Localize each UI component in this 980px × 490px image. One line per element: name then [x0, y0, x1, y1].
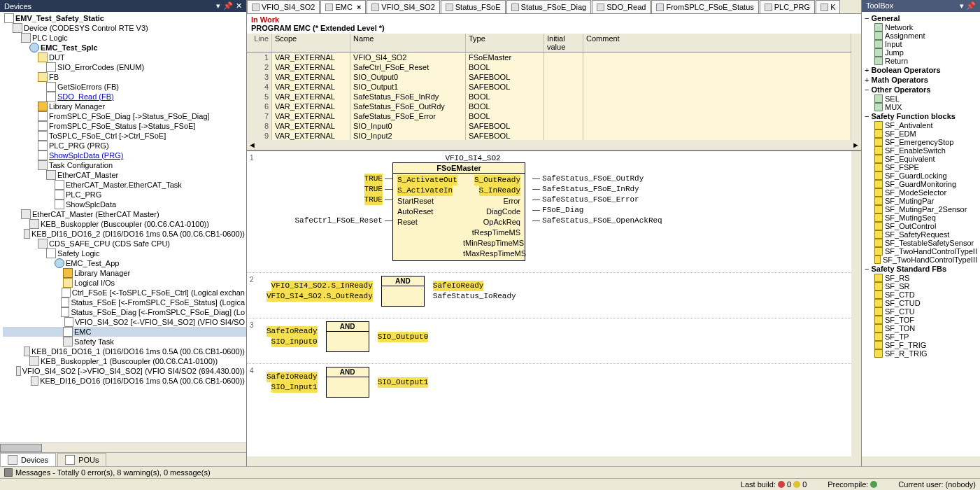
signal-output[interactable]: FSoE_Diag	[542, 205, 583, 216]
toolbox-item[interactable]: MUX	[863, 103, 979, 111]
toolbox-item[interactable]: SF_MutingPar_2Sensor	[863, 205, 979, 214]
fb-output-pin[interactable]: S_OutReady	[474, 175, 520, 186]
toolbox-item[interactable]: SF_TOF	[863, 316, 979, 324]
fb-output-pin[interactable]: tRespTimeMS	[463, 227, 520, 238]
toolbox-item[interactable]: SF_SafetyRequest	[863, 230, 979, 239]
decl-row[interactable]: 9VAR_EXTERNALSIO_Input2SAFEBOOL	[247, 131, 851, 140]
toolbox-item[interactable]: SF_OutControl	[863, 222, 979, 230]
network-2[interactable]: 2 VFIO_SI4_SO2.S_InReady VFIO_SI4_SO2.S_…	[247, 273, 851, 318]
tree-dut[interactable]: DUT	[49, 52, 65, 62]
toolbox-item[interactable]: SF_ModeSelector	[863, 188, 979, 197]
toolbox-item[interactable]: Jump	[863, 48, 979, 57]
toolbox-item[interactable]: SF_CTUD	[863, 299, 979, 307]
tree-fromdiag[interactable]: FromSPLC_FSoE_Diag [->Status_FSoE_Diag]	[49, 111, 210, 121]
tree-fromstatus[interactable]: FromSPLC_FSoE_Status [->Status_FSoE]	[49, 121, 195, 131]
diagram-horizontal-scrollbar[interactable]	[247, 456, 861, 466]
editor-tab[interactable]: VFIO_SI4_SO2	[247, 0, 320, 13]
toolbox-item[interactable]: SF_TP	[863, 332, 979, 341]
fb-output-pin[interactable]: DiagCode	[463, 206, 520, 217]
tree-kebdi[interactable]: KEB_DI16_DO16_2 (DI16/DO16 1ms 0.5A (00.…	[31, 229, 245, 239]
signal-output[interactable]	[532, 226, 537, 237]
toolbox-item[interactable]: SF_CTU	[863, 307, 979, 316]
toolbox-item[interactable]: SF_R_TRIG	[863, 349, 979, 358]
signal-output[interactable]	[532, 237, 537, 247]
signal-input[interactable]: TRUE	[364, 184, 383, 195]
toolbox-item[interactable]: SF_Equivalent	[863, 155, 979, 163]
toolbox-item[interactable]: SF_MutingPar	[863, 197, 979, 205]
signal-input[interactable]: SIO_Input0	[271, 337, 318, 347]
col-line-header[interactable]: Line	[247, 34, 272, 52]
tree-sioerr[interactable]: SIO_ErrorCodes (ENUM)	[57, 62, 144, 72]
toolbox-item[interactable]: SF_TwoHandControlTypeII	[863, 247, 979, 255]
diagram-vertical-scrollbar[interactable]	[851, 151, 861, 456]
toolbox-item[interactable]: SF_RS	[863, 274, 979, 282]
fb-input-pin[interactable]: StartReset	[397, 196, 455, 206]
signal-output[interactable]: SafeStatus_FSoE_Error	[542, 195, 639, 205]
decl-row[interactable]: 7VAR_EXTERNALSafeStatus_FSoE_ErrorBOOL	[247, 111, 851, 121]
tree-getsio[interactable]: GetSioErrors (FB)	[57, 82, 119, 92]
signal-input[interactable]	[388, 205, 392, 216]
tree-plcprg[interactable]: PLC_PRG (PRG)	[49, 141, 109, 150]
signal-output[interactable]: SafeStatus_IoReady	[433, 291, 516, 302]
toolbox-category[interactable]: Boolean Operators	[863, 65, 979, 75]
editor-tab[interactable]: Status_FSoE	[441, 0, 506, 13]
tree-kebdi2[interactable]: KEB_DI16_DO16_1 (DI16/DO16 1ms 0.5A (00.…	[31, 346, 245, 356]
tab-pous[interactable]: POUs	[57, 453, 106, 466]
and-block[interactable]: AND	[326, 321, 369, 352]
decl-vertical-scrollbar[interactable]	[851, 34, 861, 140]
toolbox-item[interactable]: SF_TON	[863, 324, 979, 332]
fb-output-pin[interactable]: S_InReady	[479, 186, 520, 196]
fbd-diagram-area[interactable]: 1 VFIO_SI4_SO2 TRUE —TRUE —TRUE — SafeCt…	[247, 151, 851, 456]
tree-libmgr[interactable]: Library Manager	[49, 102, 105, 111]
col-type-header[interactable]: Type	[466, 34, 544, 52]
toolbox-item[interactable]: SF_MutingSeq	[863, 214, 979, 222]
signal-input[interactable]: SafeCtrl_FSoE_Reset	[295, 216, 383, 226]
col-name-header[interactable]: Name	[350, 34, 466, 52]
toolbox-horizontal-scrollbar[interactable]	[862, 456, 980, 466]
tree-emctestapp[interactable]: EMC_Test_App	[66, 258, 119, 268]
toolbox-category[interactable]: Other Operators	[863, 85, 979, 94]
tree-safetylogic[interactable]: Safety Logic	[57, 248, 100, 258]
fb-input-pin[interactable]: Reset	[397, 217, 455, 227]
toolbox-item[interactable]: Input	[863, 40, 979, 48]
toolbox-category[interactable]: Math Operators	[863, 75, 979, 85]
messages-bar[interactable]: Messages - Totally 0 error(s), 8 warning…	[0, 466, 980, 478]
signal-input[interactable]: TRUE	[364, 174, 383, 184]
decl-row[interactable]: 4VAR_EXTERNALSIO_Output1SAFEBOOL	[247, 82, 851, 92]
fb-output-pin[interactable]: OpAckReq	[463, 217, 520, 227]
declaration-grid[interactable]: Line Scope Name Type Initial value Comme…	[247, 34, 851, 140]
decl-row[interactable]: 3VAR_EXTERNALSIO_Output0SAFEBOOL	[247, 72, 851, 82]
tree-showsplc[interactable]: ShowSplcData (PRG)	[49, 150, 123, 160]
signal-input[interactable]: SafeIoReady	[267, 372, 318, 382]
panel-pin-icon[interactable]: 📌	[223, 1, 233, 10]
editor-tab[interactable]: SDO_Read	[592, 0, 651, 13]
fb-input-pin[interactable]: S_ActivateIn	[397, 186, 453, 196]
tree-kebbk1[interactable]: KEB_Buskoppler_1 (Buscoupler (00.C6.CA1-…	[41, 356, 218, 366]
tree-app[interactable]: EMC_Test_Splc	[41, 43, 98, 52]
signal-input[interactable]: VFIO_SI4_SO2.S_OutReady	[267, 291, 373, 302]
fb-output-pin[interactable]: tMinRespTimeMS	[463, 238, 520, 248]
editor-tab[interactable]: EMC×	[320, 0, 366, 13]
tree-taskcfg[interactable]: Task Configuration	[49, 160, 113, 170]
decl-row[interactable]: 8VAR_EXTERNALSIO_Input0SAFEBOOL	[247, 121, 851, 131]
toolbox-item[interactable]: SF_EnableSwitch	[863, 146, 979, 155]
toolbox-body[interactable]: GeneralNetworkAssignmentInputJumpReturnB…	[862, 12, 980, 456]
and-block[interactable]: AND	[326, 367, 369, 398]
toolbox-item[interactable]: SF_TwoHandControlTypeIII	[863, 255, 979, 264]
signal-output[interactable]: SafeStatus_FSoE_OutRdy	[542, 174, 644, 184]
tree-plcprg2[interactable]: PLC_PRG	[66, 190, 101, 200]
tree-fb[interactable]: FB	[49, 72, 59, 82]
tree-toctrl[interactable]: ToSPLC_FSoE_Ctrl [->Ctrl_FSoE]	[49, 131, 166, 141]
tree-ecmasterdev[interactable]: EtherCAT_Master (EtherCAT Master)	[32, 209, 159, 219]
decl-row[interactable]: 1VAR_EXTERNALVFIO_SI4_SO2FSoEMaster	[247, 52, 851, 62]
tree-ectask[interactable]: EtherCAT_Master.EtherCAT_Task	[66, 180, 182, 190]
device-tree[interactable]: EMV_Test_Safety_Static Device (CODESYS C…	[0, 12, 246, 442]
signal-input[interactable]: SIO_Input1	[271, 382, 318, 393]
toolbox-item[interactable]: SF_TestableSafetySensor	[863, 239, 979, 247]
fb-input-pin[interactable]: S_ActivateOut	[397, 175, 457, 186]
tree-safetytask[interactable]: Safety Task	[74, 337, 114, 346]
signal-output[interactable]: SafeIoReady	[433, 281, 484, 291]
editor-tab[interactable]: K	[816, 0, 840, 13]
toolbox-item[interactable]: SF_F_TRIG	[863, 341, 979, 349]
toolbox-item[interactable]: SF_Antivalent	[863, 121, 979, 130]
